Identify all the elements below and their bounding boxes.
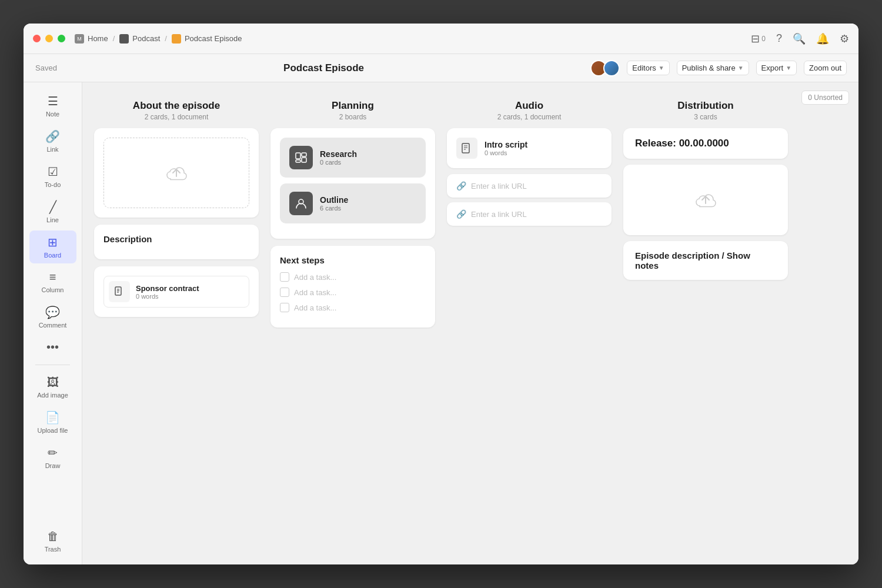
sidebar-comment-label: Comment — [39, 322, 67, 329]
maximize-button[interactable] — [58, 35, 65, 42]
about-upload-card[interactable] — [94, 128, 259, 218]
breadcrumb-episode[interactable]: Podcast Episode — [172, 34, 242, 44]
research-meta: 0 cards — [320, 159, 357, 166]
settings-icon[interactable]: ⚙ — [840, 32, 849, 45]
sidebar-item-more[interactable]: ••• — [29, 336, 76, 359]
publish-share-button[interactable]: Publish & share ▼ — [677, 61, 749, 75]
svg-rect-9 — [462, 143, 469, 153]
canvas: 0 Unsorted About the episode 2 cards, 1 … — [82, 82, 858, 564]
next-steps-title: Next steps — [280, 255, 426, 265]
sidebar-divider — [35, 365, 70, 365]
document-icon — [114, 286, 125, 297]
col-audio-header: Audio 2 cards, 1 document — [447, 100, 612, 121]
device-icon[interactable]: ⊟0 — [751, 32, 766, 45]
col-about-subtitle: 2 cards, 1 document — [94, 113, 259, 121]
bell-icon[interactable]: 🔔 — [816, 32, 829, 45]
task-checkbox-1[interactable] — [280, 272, 289, 282]
col-planning-header: Planning 2 boards — [270, 100, 435, 121]
draw-icon: ✏ — [48, 446, 58, 460]
sidebar-draw-label: Draw — [45, 462, 61, 469]
sidebar-item-draw[interactable]: ✏ Draw — [29, 441, 76, 474]
doc-item[interactable]: Sponsor contract 0 words — [103, 276, 249, 308]
sidebar-line-label: Line — [46, 216, 59, 223]
sidebar-link-label: Link — [46, 146, 58, 153]
export-chevron: ▼ — [786, 65, 791, 71]
doc-name: Sponsor contract — [136, 284, 199, 293]
sidebar-item-link[interactable]: 🔗 Link — [29, 125, 76, 158]
sidebar-todo-label: To-do — [45, 181, 61, 188]
outline-board-icon — [295, 197, 308, 210]
sidebar-item-todo[interactable]: ☑ To-do — [29, 160, 76, 193]
task-checkbox-2[interactable] — [280, 288, 289, 297]
sidebar-item-board[interactable]: ⊞ Board — [29, 230, 76, 263]
task-item-2[interactable]: Add a task... — [280, 288, 426, 297]
research-board-icon — [295, 151, 308, 164]
unsorted-badge: 0 Unsorted — [801, 91, 849, 105]
sidebar-add-image-label: Add image — [37, 392, 68, 399]
link-input-2[interactable]: 🔗 Enter a link URL — [447, 202, 612, 226]
todo-icon: ☑ — [48, 165, 58, 179]
sidebar-note-label: Note — [46, 111, 59, 118]
intro-name: Intro script — [485, 140, 527, 149]
sidebar-item-add-image[interactable]: 🖼 Add image — [29, 371, 76, 403]
search-icon[interactable]: 🔍 — [793, 32, 806, 45]
sidebar-item-trash[interactable]: 🗑 Trash — [29, 525, 76, 557]
sponsor-contract-card[interactable]: Sponsor contract 0 words — [94, 266, 259, 317]
episode-icon — [172, 34, 181, 44]
intro-script-icon — [456, 138, 477, 159]
breadcrumb-podcast-label: Podcast — [132, 34, 160, 43]
col-planning: Planning 2 boards — [270, 100, 435, 335]
sidebar-item-column[interactable]: ≡ Column — [29, 266, 76, 298]
sidebar-trash-label: Trash — [45, 546, 61, 553]
link-input-1[interactable]: 🔗 Enter a link URL — [447, 174, 612, 198]
show-notes-card[interactable]: Episode description / Show notes — [623, 241, 788, 280]
research-info: Research 0 cards — [320, 149, 357, 166]
col-about-title: About the episode — [94, 100, 259, 112]
svg-rect-6 — [302, 158, 306, 162]
editors-chevron: ▼ — [659, 65, 664, 71]
sidebar: ☰ Note 🔗 Link ☑ To-do ╱ Line ⊞ Board ≡ C… — [24, 82, 82, 564]
doc-icon — [109, 281, 130, 302]
sidebar-item-line[interactable]: ╱ Line — [29, 195, 76, 228]
export-button[interactable]: Export ▼ — [756, 61, 797, 75]
task-checkbox-3[interactable] — [280, 303, 289, 312]
sidebar-item-upload-file[interactable]: 📄 Upload file — [29, 406, 76, 439]
intro-script-card[interactable]: Intro script 0 words — [447, 128, 612, 168]
minimize-button[interactable] — [45, 35, 53, 42]
script-icon — [461, 142, 473, 154]
close-button[interactable] — [33, 35, 41, 42]
col-distribution-header: Distribution 3 cards — [623, 100, 788, 121]
sidebar-item-comment[interactable]: 💬 Comment — [29, 300, 76, 333]
board-icon: ⊞ — [48, 235, 58, 249]
next-steps-card: Next steps Add a task... Add a task... A… — [270, 246, 435, 328]
help-icon[interactable]: ? — [776, 32, 782, 45]
outline-icon — [289, 192, 313, 215]
col-distribution: Distribution 3 cards Release: 00.00.0000… — [623, 100, 788, 335]
comment-icon: 💬 — [45, 305, 60, 319]
breadcrumb-home-label: Home — [88, 34, 108, 43]
task-item-1[interactable]: Add a task... — [280, 272, 426, 282]
add-image-icon: 🖼 — [47, 376, 59, 389]
board-item-outline[interactable]: Outline 6 cards — [280, 183, 426, 223]
toolbar: Saved Podcast Episode Editors ▼ Publish … — [24, 54, 858, 82]
sidebar-item-note[interactable]: ☰ Note — [29, 89, 76, 122]
upload-zone[interactable] — [103, 138, 249, 208]
editors-button[interactable]: Editors ▼ — [627, 61, 669, 75]
release-card[interactable]: Release: 00.00.0000 — [623, 128, 788, 159]
trash-icon: 🗑 — [47, 530, 59, 543]
task-item-3[interactable]: Add a task... — [280, 303, 426, 312]
dist-upload-card[interactable] — [623, 165, 788, 235]
svg-rect-4 — [296, 153, 300, 159]
export-label: Export — [761, 64, 784, 72]
col-audio: Audio 2 cards, 1 document — [447, 100, 612, 335]
board-item-research[interactable]: Research 0 cards — [280, 138, 426, 178]
zoom-out-button[interactable]: Zoom out — [804, 61, 847, 75]
breadcrumb-podcast[interactable]: Podcast — [119, 34, 160, 44]
description-label: Description — [103, 234, 249, 244]
intro-meta: 0 words — [485, 149, 527, 156]
upload-icon — [165, 161, 188, 185]
link-icon: 🔗 — [45, 129, 60, 143]
publish-chevron: ▼ — [738, 65, 744, 71]
breadcrumb-home[interactable]: M Home — [75, 34, 108, 44]
outline-info: Outline 6 cards — [320, 195, 348, 212]
